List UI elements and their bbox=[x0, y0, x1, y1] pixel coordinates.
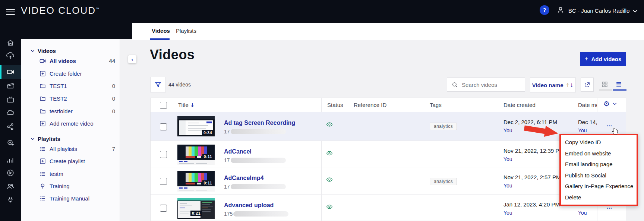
sidebar-item-create-folder[interactable]: Create folder bbox=[40, 69, 115, 78]
upload-icon[interactable] bbox=[6, 52, 15, 60]
analytics-icon[interactable] bbox=[6, 156, 15, 164]
modified-by-link[interactable]: You bbox=[578, 127, 587, 133]
tag-chip[interactable]: analytics bbox=[430, 178, 457, 185]
export-button[interactable] bbox=[581, 78, 594, 92]
select-all-checkbox[interactable] bbox=[160, 102, 167, 109]
grid-view-button[interactable] bbox=[601, 81, 609, 88]
date-created: Nov 21, 2022, 12:39 PM bbox=[503, 148, 564, 154]
table-row[interactable]: 0:11 AdCancel 17 Nov 21, 2022, 12:39 PM … bbox=[151, 141, 626, 167]
home-icon[interactable] bbox=[6, 39, 15, 47]
folder-icon bbox=[40, 95, 46, 102]
row-checkbox[interactable] bbox=[160, 205, 167, 212]
tag-chip[interactable]: analytics bbox=[430, 123, 457, 130]
active-tab-underline bbox=[150, 38, 170, 40]
table-row[interactable]: 0:11 AdCancelmp4 17 analytics Nov 21, 20… bbox=[151, 167, 626, 195]
tab-playlists[interactable]: Playlists bbox=[176, 28, 196, 34]
hamburger-menu-icon[interactable] bbox=[6, 7, 15, 17]
gear-icon: ⚙ bbox=[603, 100, 610, 107]
share-icon[interactable] bbox=[6, 123, 15, 131]
account-menu[interactable]: BC - Juan Carlos Radillo bbox=[556, 6, 637, 16]
row-checkbox[interactable] bbox=[160, 151, 167, 158]
sidebar-item-all-videos[interactable]: All videos44 bbox=[40, 56, 115, 65]
player-icon[interactable] bbox=[6, 169, 15, 177]
add-videos-button[interactable]: + Add videos bbox=[580, 52, 626, 66]
videos-table: Title ↓ Status Reference ID Tags Date cr… bbox=[150, 98, 626, 221]
sidebar-item-playlist-training-manual[interactable]: Training Manual bbox=[40, 194, 115, 203]
created-by-link[interactable]: You bbox=[503, 127, 512, 133]
sidebar-item-add-remote-video[interactable]: Add remote video bbox=[40, 119, 115, 128]
tv-icon[interactable] bbox=[6, 95, 15, 104]
item-count: 0 bbox=[112, 83, 115, 89]
menu-item-email-landing-page[interactable]: Email landing page bbox=[561, 159, 637, 170]
column-header-status[interactable]: Status bbox=[327, 102, 343, 108]
sidebar-collapse-button[interactable]: ‹ bbox=[128, 55, 136, 63]
plus-square-icon bbox=[40, 158, 46, 164]
video-thumbnail[interactable]: 0:21 bbox=[177, 198, 215, 219]
page-title: Videos bbox=[150, 47, 195, 63]
created-by-link[interactable]: You bbox=[503, 183, 512, 189]
folder-icon bbox=[40, 108, 46, 114]
video-title-link[interactable]: AdCancel bbox=[224, 148, 252, 155]
column-header-date-modified[interactable]: Date modified bbox=[578, 102, 597, 108]
video-thumbnail[interactable]: 0:11 bbox=[177, 171, 215, 192]
sidebar-item-folder-test1[interactable]: TEST10 bbox=[40, 81, 115, 90]
tab-videos[interactable]: Videos bbox=[152, 28, 170, 34]
menu-item-embed-on-website[interactable]: Embed on website bbox=[561, 148, 637, 159]
table-row[interactable]: 0:21 Advanced upload 175 Jan 12, 2023, 4… bbox=[151, 195, 626, 221]
video-thumbnail[interactable]: 0:11 bbox=[177, 145, 215, 165]
column-header-title[interactable]: Title ↓ bbox=[178, 102, 195, 108]
modified-by-link[interactable]: You bbox=[578, 210, 587, 216]
created-by-link[interactable]: You bbox=[503, 156, 512, 162]
integrations-plug-icon[interactable] bbox=[6, 196, 15, 204]
column-header-tags[interactable]: Tags bbox=[430, 102, 442, 108]
column-settings-button[interactable]: ⚙ bbox=[603, 100, 617, 107]
account-name: BC - Juan Carlos Radillo bbox=[568, 7, 629, 14]
list-view-button[interactable] bbox=[615, 81, 623, 88]
cloud-icon[interactable] bbox=[6, 108, 15, 117]
sidebar-item-folder-testfolder[interactable]: testfolder0 bbox=[40, 107, 115, 116]
search-input[interactable] bbox=[461, 81, 522, 88]
help-button[interactable]: ? bbox=[540, 5, 549, 15]
status-playable-icon bbox=[326, 122, 333, 129]
menu-item-delete[interactable]: Delete bbox=[561, 192, 637, 203]
users-icon[interactable] bbox=[6, 182, 15, 190]
folder-icon bbox=[40, 83, 46, 89]
video-camera-icon bbox=[40, 58, 46, 64]
row-checkbox[interactable] bbox=[160, 123, 167, 130]
interactivity-icon[interactable] bbox=[6, 139, 15, 147]
list-view-icon bbox=[615, 81, 622, 88]
column-header-date-created[interactable]: Date created bbox=[503, 102, 536, 108]
video-camera-icon[interactable] bbox=[6, 68, 15, 76]
sidebar-item-folder-test2[interactable]: TEST20 bbox=[40, 94, 115, 103]
row-checkbox[interactable] bbox=[160, 178, 167, 185]
filter-button[interactable] bbox=[150, 77, 166, 92]
annotation-arrow bbox=[523, 124, 561, 140]
sidebar-item-playlist-training[interactable]: Training bbox=[40, 181, 115, 190]
duration-badge: 0:11 bbox=[202, 180, 214, 186]
media-clapperboard-icon[interactable] bbox=[6, 82, 15, 90]
menu-item-publish-to-social[interactable]: Publish to Social bbox=[561, 170, 637, 181]
sort-button[interactable]: Video name ↑↓ bbox=[530, 78, 576, 92]
created-by-link[interactable]: You bbox=[503, 210, 512, 216]
sidebar-section-videos[interactable]: Videos bbox=[31, 47, 56, 55]
sidebar-item-all-playlists[interactable]: All playlists7 bbox=[40, 144, 115, 153]
sidebar-item-create-playlist[interactable]: Create playlist bbox=[40, 157, 115, 165]
menu-item-copy-video-id[interactable]: Copy Video ID bbox=[561, 137, 637, 148]
sidebar-item-playlist-testm[interactable]: testm bbox=[40, 169, 115, 178]
video-thumbnail[interactable]: 0:34 bbox=[177, 116, 215, 136]
row-actions-ellipsis[interactable]: ••• bbox=[607, 206, 612, 210]
date-modified: Dec 14, bbox=[578, 119, 597, 125]
menu-item-gallery-in-page-experience[interactable]: Gallery In-Page Experience bbox=[561, 181, 637, 192]
chevron-down-icon bbox=[613, 102, 617, 105]
video-title-link[interactable]: AdCancelmp4 bbox=[224, 175, 264, 181]
list-view-active-underline bbox=[613, 89, 626, 91]
video-title-link[interactable]: Advanced upload bbox=[224, 202, 274, 209]
video-id: 17 bbox=[224, 157, 286, 163]
column-header-reference-id[interactable]: Reference ID bbox=[354, 102, 386, 108]
date-created: Nov 21, 2022, 2:57 PM bbox=[503, 174, 561, 180]
row-actions-ellipsis[interactable]: ••• bbox=[607, 124, 612, 128]
video-title-link[interactable]: Ad tag Screen Recording bbox=[224, 120, 295, 126]
video-id: 17 bbox=[224, 129, 286, 135]
sidebar-section-playlists[interactable]: Playlists bbox=[31, 135, 60, 143]
playlist-icon bbox=[40, 195, 46, 202]
